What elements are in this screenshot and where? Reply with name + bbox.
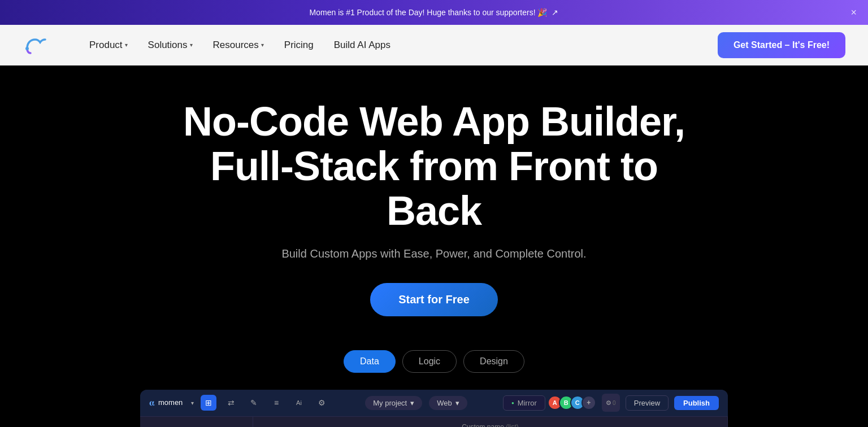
panel-left: Hierarchy Components ≡ 🔍 — [140, 417, 253, 427]
tab-design[interactable]: Design — [463, 350, 524, 373]
app-panel: Hierarchy Components ≡ 🔍 Custom name (li… — [140, 417, 728, 427]
announcement-message: Momen is #1 Product of the Day! Huge tha… — [310, 8, 548, 17]
nav-item-build-ai-apps[interactable]: Build AI Apps — [326, 35, 398, 55]
feature-tab-group: Data Logic Design — [344, 350, 524, 373]
toolbar-icon-edit[interactable]: ✎ — [246, 395, 262, 411]
toolbar-icon-grid[interactable]: ⊞ — [201, 395, 216, 411]
svg-point-0 — [25, 47, 29, 50]
chevron-down-icon: ▾ — [190, 42, 193, 48]
avatar-add[interactable]: + — [581, 395, 596, 410]
toolbar-logo-text: momen — [158, 398, 188, 408]
navbar: Product ▾ Solutions ▾ Resources ▾ Pricin… — [0, 25, 868, 66]
nav-cta: Get Started – It's Free! — [718, 32, 845, 58]
project-label: My project — [373, 399, 407, 407]
project-selector[interactable]: My project ▾ — [365, 396, 422, 410]
notifications-button[interactable]: ⚙ 0 — [602, 394, 620, 412]
notif-count: 0 — [613, 400, 616, 406]
web-caret: ▾ — [455, 399, 459, 407]
toolbar-center: My project ▾ Web ▾ — [336, 396, 496, 410]
announcement-text: Momen is #1 Product of the Day! Huge tha… — [310, 8, 559, 17]
notif-icon: ⚙ — [606, 399, 611, 407]
get-started-button[interactable]: Get Started – It's Free! — [718, 32, 845, 58]
nav-item-resources[interactable]: Resources ▾ — [205, 35, 272, 55]
hero-section: No-Code Web App Builder, Full-Stack from… — [0, 66, 868, 427]
toolbar-icon-list[interactable]: ≡ — [268, 395, 284, 411]
project-caret: ▾ — [410, 399, 414, 407]
mirror-label: Mirror — [518, 399, 537, 407]
toolbar-right: ● Mirror A B C + ⚙ 0 Preview Publish — [503, 394, 719, 412]
hero-subtitle: Build Custom Apps with Ease, Power, and … — [281, 247, 586, 260]
panel-right: Custom name (list) — [253, 417, 728, 427]
announcement-close-button[interactable]: × — [850, 7, 857, 19]
announcement-banner: Momen is #1 Product of the Day! Huge tha… — [0, 0, 868, 25]
tab-data[interactable]: Data — [344, 350, 396, 373]
svg-text:momen: momen — [158, 398, 183, 407]
nav-item-solutions[interactable]: Solutions ▾ — [140, 35, 201, 55]
logo[interactable] — [23, 33, 47, 58]
toolbar-logo[interactable]: 𝛂 momen ▾ — [149, 398, 194, 408]
announcement-link[interactable]: ↗ — [552, 8, 558, 17]
toolbar-icon-settings[interactable]: ⚙ — [314, 395, 329, 411]
publish-button[interactable]: Publish — [674, 396, 719, 410]
start-for-free-button[interactable]: Start for Free — [370, 283, 498, 316]
nav-item-pricing[interactable]: Pricing — [276, 35, 322, 55]
nav-item-product[interactable]: Product ▾ — [81, 35, 136, 55]
avatar-group: A B C + — [551, 395, 596, 410]
mirror-button[interactable]: ● Mirror — [503, 395, 545, 411]
toolbar-logo-icon: 𝛂 — [149, 398, 155, 408]
web-label: Web — [437, 399, 452, 407]
chevron-down-icon: ▾ — [261, 42, 264, 48]
web-selector[interactable]: Web ▾ — [429, 396, 467, 410]
app-preview: 𝛂 momen ▾ ⊞ ⇄ ✎ ≡ Ai ⚙ My project ▾ — [140, 390, 728, 427]
custom-name-label: Custom name (list) — [462, 423, 519, 427]
nav-links: Product ▾ Solutions ▾ Resources ▾ Pricin… — [81, 35, 718, 55]
tab-logic[interactable]: Logic — [402, 350, 457, 373]
hero-title: No-Code Web App Builder, Full-Stack from… — [180, 99, 688, 234]
toolbar-icon-ai[interactable]: Ai — [291, 395, 307, 411]
toolbar-logo-caret: ▾ — [191, 400, 194, 406]
chevron-down-icon: ▾ — [125, 42, 128, 48]
preview-button[interactable]: Preview — [626, 395, 669, 411]
toolbar-icon-share[interactable]: ⇄ — [223, 395, 239, 411]
mirror-dot: ● — [511, 400, 514, 406]
external-link-icon: ↗ — [552, 8, 558, 17]
app-toolbar: 𝛂 momen ▾ ⊞ ⇄ ✎ ≡ Ai ⚙ My project ▾ — [140, 390, 728, 417]
